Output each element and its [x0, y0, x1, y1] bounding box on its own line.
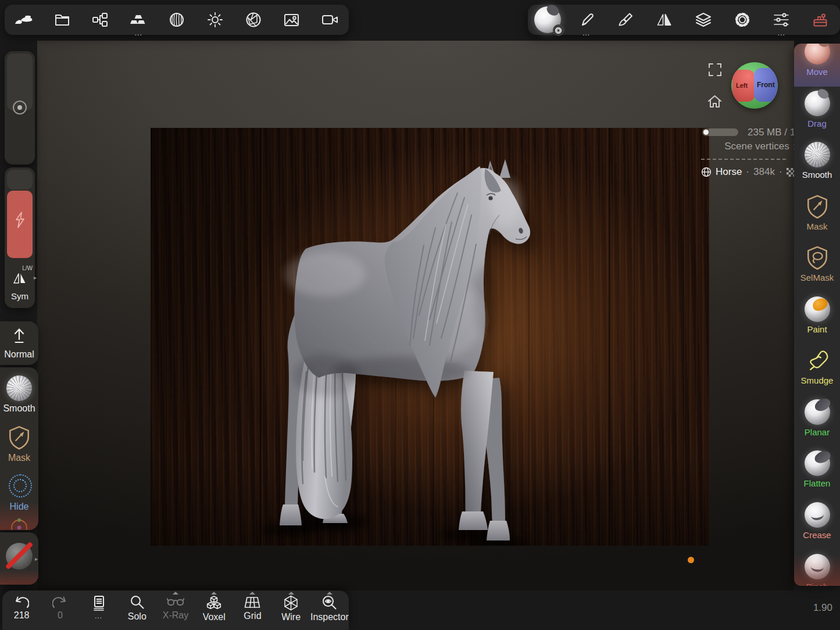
scroll-fade [0, 570, 38, 585]
grid-button[interactable]: Grid [233, 590, 271, 630]
symmetry-button[interactable] [645, 5, 684, 35]
undo-button[interactable]: 218 [2, 590, 41, 630]
tool-pinch[interactable]: Pinch [794, 552, 840, 586]
sym-label[interactable]: Sym [5, 291, 35, 301]
orientation-gizmo[interactable]: Left Front [731, 62, 778, 109]
painting-settings-button[interactable] [606, 5, 645, 35]
tool-crease[interactable]: Crease [794, 500, 840, 549]
intensity-slider-track[interactable] [7, 170, 33, 189]
tool-move[interactable]: Move [794, 44, 840, 85]
tool-label: Move [806, 67, 828, 77]
xray-button[interactable]: X-Ray [156, 590, 195, 630]
expand-arrow-icon[interactable]: ▸ [34, 274, 37, 281]
tool-selmask[interactable]: SelMask [794, 242, 840, 291]
redo-button[interactable]: 0 [41, 590, 79, 630]
radius-icon [12, 100, 27, 115]
xray-glasses-icon [167, 595, 184, 609]
inspector-button[interactable]: Inspector [310, 590, 349, 630]
bottom-toolbar: 218 0 ... Solo X-Ray Voxel [2, 590, 349, 630]
voxel-button[interactable]: Voxel [195, 590, 233, 630]
wire-button[interactable]: Wire [272, 590, 310, 630]
material-gear-badge [553, 24, 564, 36]
mask-shield-icon [806, 194, 829, 219]
symmetry-icon[interactable] [12, 271, 28, 285]
long-press-caret [173, 592, 178, 595]
tool-smudge[interactable]: Smudge [794, 345, 840, 394]
pinch-sphere-icon [805, 554, 830, 579]
app-logo[interactable] [5, 5, 43, 35]
tool-mask[interactable]: Mask [794, 191, 840, 240]
hide-dotted-sphere-icon[interactable] [9, 474, 32, 497]
radius-slider[interactable] [5, 51, 35, 164]
wireframe-icon [283, 595, 299, 611]
smooth-label[interactable]: Smooth [0, 403, 38, 414]
interface-button[interactable]: ... [762, 5, 801, 35]
stroke-mode-normal[interactable]: Normal [0, 321, 38, 365]
undo-count: 218 [14, 610, 30, 621]
long-press-caret [249, 592, 255, 595]
smooth-sphere-icon [6, 375, 32, 401]
background-button[interactable] [272, 5, 310, 35]
reference-canvas-wood [151, 128, 709, 546]
voxel-cubes-icon [206, 595, 222, 611]
toolbox-button[interactable] [801, 5, 840, 35]
scene-vertices-label: Scene vertices： [724, 141, 799, 152]
selmask-shield-icon [806, 245, 829, 270]
more-options-ellipsis: ... [135, 30, 142, 37]
tool-smooth[interactable]: Smooth [794, 139, 840, 188]
falloff-disabled-sphere-icon [6, 543, 33, 570]
mask-shield-icon[interactable] [8, 425, 31, 450]
planar-sphere-icon [805, 399, 830, 425]
notification-dot [688, 557, 694, 563]
normal-label: Normal [0, 349, 38, 360]
files-button[interactable] [43, 5, 81, 35]
mesh-sphere-icon [701, 167, 712, 177]
active-material-button[interactable] [528, 5, 567, 35]
viewport-3d[interactable]: 235 MB / 1.4 Scene vertices： 489k Horse … [37, 41, 794, 590]
more-options-ellipsis: ... [95, 613, 102, 621]
tool-planar[interactable]: Planar [794, 397, 840, 446]
normal-arrow-icon [12, 327, 27, 344]
smooth-tool-left[interactable] [6, 375, 32, 401]
object-vertex-count: 384k [753, 166, 775, 178]
horse-model[interactable] [151, 128, 709, 546]
object-name: Horse [716, 166, 742, 178]
tool-label: Paint [807, 324, 827, 334]
lighting-button[interactable] [196, 5, 234, 35]
expand-arrow-icon[interactable]: ▸ [35, 556, 38, 562]
hide-label[interactable]: Hide [0, 502, 38, 512]
inspector-eye-icon [321, 595, 337, 611]
material-layers-button[interactable]: ... [119, 5, 158, 35]
scene-object-row[interactable]: Horse · 384k · [701, 166, 795, 178]
matcap-button[interactable] [158, 5, 196, 35]
history-notes-button[interactable]: ... [79, 590, 117, 630]
camera-button[interactable] [310, 5, 349, 35]
tool-label: Pinch [806, 582, 828, 586]
stroke-settings-button[interactable]: ... [567, 5, 606, 35]
smudge-finger-icon [805, 349, 830, 372]
scene-list-divider [701, 159, 786, 160]
drag-sphere-icon [805, 91, 830, 116]
scene-graph-button[interactable] [81, 5, 120, 35]
quick-tools-panel: Smooth Mask Hide [0, 367, 38, 530]
long-press-caret [327, 592, 333, 595]
home-view-button[interactable] [707, 94, 723, 111]
long-press-caret [288, 592, 294, 595]
solo-button[interactable]: Solo [118, 590, 156, 630]
tool-drag[interactable]: Drag [794, 88, 840, 137]
post-process-button[interactable] [234, 5, 273, 35]
tool-paint[interactable]: Paint [794, 294, 840, 343]
fullscreen-button[interactable] [708, 63, 722, 79]
gizmo-tool-icon[interactable] [10, 517, 28, 530]
settings-button[interactable] [723, 5, 762, 35]
layers-button[interactable] [684, 5, 723, 35]
mask-label[interactable]: Mask [0, 453, 38, 463]
redo-count: 0 [58, 610, 63, 621]
falloff-panel[interactable]: ▸ [0, 532, 38, 585]
xray-label: X-Ray [163, 610, 188, 621]
intensity-bolt-icon [15, 212, 26, 228]
intensity-sym-panel: L/W ▸ Sym [5, 167, 35, 308]
matcap-sphere-icon [534, 6, 561, 33]
voxel-label: Voxel [203, 612, 226, 622]
tool-flatten[interactable]: Flatten [794, 448, 840, 497]
